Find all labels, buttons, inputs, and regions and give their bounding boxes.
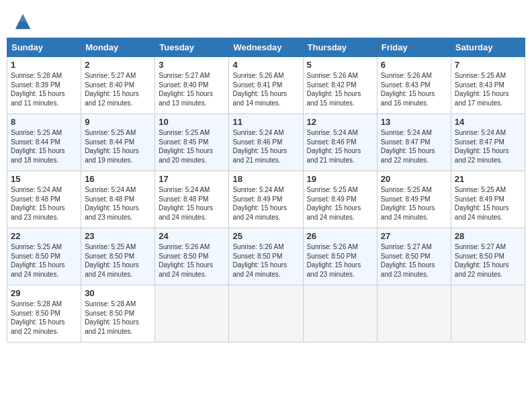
calendar-empty-cell: [451, 285, 525, 342]
calendar-day-cell: 9Sunrise: 5:25 AMSunset: 8:44 PMDaylight…: [81, 114, 155, 171]
calendar-day-cell: 23Sunrise: 5:25 AMSunset: 8:50 PMDayligh…: [81, 228, 155, 285]
day-info: Sunrise: 5:28 AMSunset: 8:50 PMDaylight:…: [85, 300, 151, 336]
day-number: 29: [11, 288, 77, 298]
calendar-day-cell: 1Sunrise: 5:28 AMSunset: 8:39 PMDaylight…: [7, 57, 81, 114]
calendar-empty-cell: [229, 285, 303, 342]
day-number: 25: [232, 231, 299, 241]
day-info: Sunrise: 5:26 AMSunset: 8:50 PMDaylight:…: [159, 242, 225, 279]
day-info: Sunrise: 5:27 AMSunset: 8:50 PMDaylight:…: [455, 242, 521, 279]
day-number: 6: [381, 60, 447, 70]
calendar-week-row: 1Sunrise: 5:28 AMSunset: 8:39 PMDaylight…: [7, 57, 525, 114]
calendar-day-cell: 29Sunrise: 5:28 AMSunset: 8:50 PMDayligh…: [7, 285, 81, 342]
day-info: Sunrise: 5:25 AMSunset: 8:49 PMDaylight:…: [455, 185, 521, 222]
calendar-week-row: 15Sunrise: 5:24 AMSunset: 8:48 PMDayligh…: [7, 171, 525, 228]
day-number: 24: [159, 231, 225, 241]
calendar-day-cell: 16Sunrise: 5:24 AMSunset: 8:48 PMDayligh…: [81, 171, 155, 228]
day-number: 17: [159, 174, 225, 184]
day-of-week-header: Wednesday: [229, 38, 303, 57]
logo-icon: [13, 12, 32, 31]
calendar-day-cell: 13Sunrise: 5:24 AMSunset: 8:47 PMDayligh…: [377, 114, 451, 171]
calendar-day-cell: 22Sunrise: 5:25 AMSunset: 8:50 PMDayligh…: [7, 228, 81, 285]
day-info: Sunrise: 5:26 AMSunset: 8:41 PMDaylight:…: [232, 71, 299, 107]
day-info: Sunrise: 5:26 AMSunset: 8:50 PMDaylight:…: [307, 242, 373, 279]
calendar-day-cell: 4Sunrise: 5:26 AMSunset: 8:41 PMDaylight…: [229, 57, 303, 114]
calendar-day-cell: 20Sunrise: 5:25 AMSunset: 8:49 PMDayligh…: [377, 171, 451, 228]
calendar-day-cell: 18Sunrise: 5:24 AMSunset: 8:49 PMDayligh…: [229, 171, 303, 228]
day-number: 3: [159, 60, 225, 70]
day-number: 13: [381, 117, 447, 127]
calendar-day-cell: 17Sunrise: 5:24 AMSunset: 8:48 PMDayligh…: [155, 171, 229, 228]
calendar-week-row: 29Sunrise: 5:28 AMSunset: 8:50 PMDayligh…: [7, 285, 525, 342]
calendar-day-cell: 7Sunrise: 5:25 AMSunset: 8:43 PMDaylight…: [451, 57, 525, 114]
day-info: Sunrise: 5:25 AMSunset: 8:50 PMDaylight:…: [85, 242, 151, 279]
day-number: 16: [85, 174, 151, 184]
day-info: Sunrise: 5:25 AMSunset: 8:44 PMDaylight:…: [85, 128, 151, 165]
header: [7, 7, 525, 35]
day-info: Sunrise: 5:24 AMSunset: 8:48 PMDaylight:…: [11, 185, 77, 222]
calendar-day-cell: 10Sunrise: 5:25 AMSunset: 8:45 PMDayligh…: [155, 114, 229, 171]
day-info: Sunrise: 5:28 AMSunset: 8:50 PMDaylight:…: [11, 300, 77, 336]
calendar-day-cell: 26Sunrise: 5:26 AMSunset: 8:50 PMDayligh…: [303, 228, 377, 285]
calendar-day-cell: 3Sunrise: 5:27 AMSunset: 8:40 PMDaylight…: [155, 57, 229, 114]
day-info: Sunrise: 5:24 AMSunset: 8:46 PMDaylight:…: [307, 128, 373, 165]
day-info: Sunrise: 5:24 AMSunset: 8:46 PMDaylight:…: [232, 128, 299, 165]
calendar-day-cell: 27Sunrise: 5:27 AMSunset: 8:50 PMDayligh…: [377, 228, 451, 285]
logo: [13, 12, 34, 31]
day-info: Sunrise: 5:25 AMSunset: 8:44 PMDaylight:…: [11, 128, 77, 165]
day-info: Sunrise: 5:25 AMSunset: 8:45 PMDaylight:…: [159, 128, 225, 165]
day-info: Sunrise: 5:24 AMSunset: 8:47 PMDaylight:…: [455, 128, 521, 165]
day-of-week-header: Monday: [81, 38, 155, 57]
day-number: 12: [307, 117, 373, 127]
calendar-empty-cell: [377, 285, 451, 342]
day-number: 19: [307, 174, 373, 184]
calendar-day-cell: 24Sunrise: 5:26 AMSunset: 8:50 PMDayligh…: [155, 228, 229, 285]
svg-marker-2: [17, 14, 27, 21]
calendar-day-cell: 11Sunrise: 5:24 AMSunset: 8:46 PMDayligh…: [229, 114, 303, 171]
calendar-day-cell: 19Sunrise: 5:25 AMSunset: 8:49 PMDayligh…: [303, 171, 377, 228]
day-of-week-header: Saturday: [451, 38, 525, 57]
day-number: 15: [11, 174, 77, 184]
day-info: Sunrise: 5:24 AMSunset: 8:48 PMDaylight:…: [159, 185, 225, 222]
calendar-day-cell: 14Sunrise: 5:24 AMSunset: 8:47 PMDayligh…: [451, 114, 525, 171]
day-number: 18: [232, 174, 299, 184]
day-number: 5: [307, 60, 373, 70]
day-number: 20: [381, 174, 447, 184]
calendar-week-row: 8Sunrise: 5:25 AMSunset: 8:44 PMDaylight…: [7, 114, 525, 171]
day-info: Sunrise: 5:24 AMSunset: 8:49 PMDaylight:…: [232, 185, 299, 222]
day-info: Sunrise: 5:27 AMSunset: 8:40 PMDaylight:…: [85, 71, 151, 107]
calendar-day-cell: 2Sunrise: 5:27 AMSunset: 8:40 PMDaylight…: [81, 57, 155, 114]
day-number: 8: [11, 117, 77, 127]
calendar-day-cell: 12Sunrise: 5:24 AMSunset: 8:46 PMDayligh…: [303, 114, 377, 171]
day-number: 26: [307, 231, 373, 241]
day-number: 21: [455, 174, 521, 184]
day-info: Sunrise: 5:25 AMSunset: 8:49 PMDaylight:…: [381, 185, 447, 222]
day-number: 14: [455, 117, 521, 127]
day-number: 2: [85, 60, 151, 70]
day-info: Sunrise: 5:27 AMSunset: 8:50 PMDaylight:…: [381, 242, 447, 279]
day-info: Sunrise: 5:26 AMSunset: 8:43 PMDaylight:…: [381, 71, 447, 107]
calendar-day-cell: 15Sunrise: 5:24 AMSunset: 8:48 PMDayligh…: [7, 171, 81, 228]
calendar-day-cell: 21Sunrise: 5:25 AMSunset: 8:49 PMDayligh…: [451, 171, 525, 228]
day-of-week-header: Tuesday: [155, 38, 229, 57]
day-number: 4: [232, 60, 299, 70]
day-info: Sunrise: 5:28 AMSunset: 8:39 PMDaylight:…: [11, 71, 77, 107]
day-info: Sunrise: 5:27 AMSunset: 8:40 PMDaylight:…: [159, 71, 225, 107]
day-info: Sunrise: 5:25 AMSunset: 8:49 PMDaylight:…: [307, 185, 373, 222]
calendar-day-cell: 30Sunrise: 5:28 AMSunset: 8:50 PMDayligh…: [81, 285, 155, 342]
day-number: 1: [11, 60, 77, 70]
day-number: 10: [159, 117, 225, 127]
calendar-empty-cell: [303, 285, 377, 342]
day-info: Sunrise: 5:25 AMSunset: 8:43 PMDaylight:…: [455, 71, 521, 107]
calendar-day-cell: 6Sunrise: 5:26 AMSunset: 8:43 PMDaylight…: [377, 57, 451, 114]
day-number: 23: [85, 231, 151, 241]
day-number: 30: [85, 288, 151, 298]
day-info: Sunrise: 5:26 AMSunset: 8:50 PMDaylight:…: [232, 242, 299, 279]
calendar-day-cell: 5Sunrise: 5:26 AMSunset: 8:42 PMDaylight…: [303, 57, 377, 114]
day-info: Sunrise: 5:24 AMSunset: 8:47 PMDaylight:…: [381, 128, 447, 165]
day-number: 11: [232, 117, 299, 127]
day-of-week-header: Thursday: [303, 38, 377, 57]
calendar-day-cell: 25Sunrise: 5:26 AMSunset: 8:50 PMDayligh…: [229, 228, 303, 285]
calendar-empty-cell: [155, 285, 229, 342]
day-info: Sunrise: 5:25 AMSunset: 8:50 PMDaylight:…: [11, 242, 77, 279]
day-number: 7: [455, 60, 521, 70]
